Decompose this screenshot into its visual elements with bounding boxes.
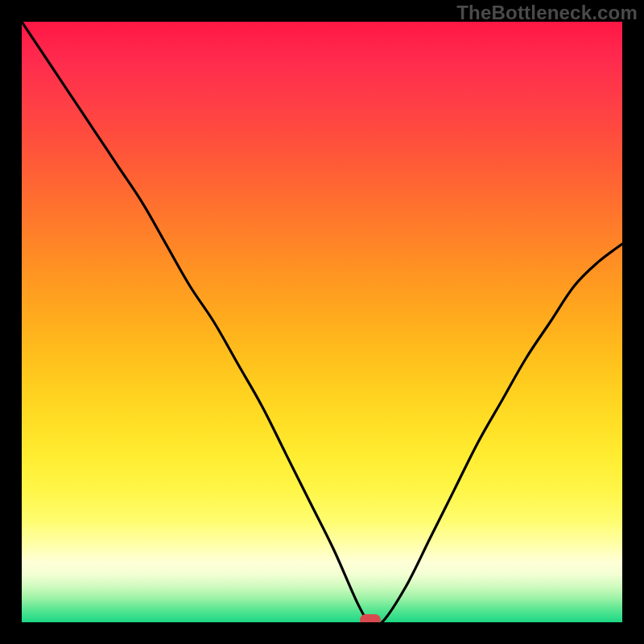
optimal-marker <box>360 614 381 622</box>
chart-frame: TheBottleneck.com <box>0 0 644 644</box>
watermark-text: TheBottleneck.com <box>456 2 638 24</box>
plot-area <box>22 22 622 622</box>
bottleneck-curve <box>22 22 622 622</box>
